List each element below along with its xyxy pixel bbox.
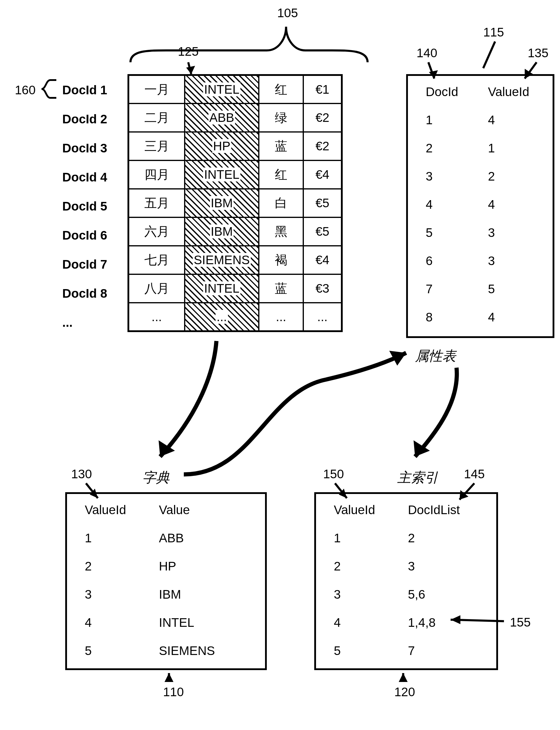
attr-cell: 5: [426, 226, 433, 240]
docid-label-7: DocId 7: [62, 257, 107, 272]
cell-color: 蓝: [259, 132, 303, 160]
table-row: 五月 IBM 白 €5: [128, 189, 342, 217]
svg-marker-4: [389, 351, 406, 366]
attr-cell: 3: [488, 226, 495, 240]
attr-cell: 1: [488, 141, 495, 155]
cell-month: 八月: [128, 274, 185, 303]
table-row: 七月 SIEMENS 褐 €4: [128, 246, 342, 274]
cell-company: INTEL: [185, 75, 259, 103]
main-cell: 1: [334, 531, 341, 545]
main-cell: 3: [334, 587, 341, 602]
cell-amount: €5: [303, 217, 342, 246]
cell-company: IBM: [185, 217, 259, 246]
cell-color: 红: [259, 75, 303, 103]
docid-label-8: DocId 8: [62, 286, 107, 301]
attr-cell: 2: [426, 141, 433, 155]
attr-cell: 4: [488, 197, 495, 212]
ref-150: 150: [323, 467, 344, 481]
cell-amount: €2: [303, 103, 342, 132]
svg-marker-5: [414, 440, 430, 457]
attr-hdr-valueid: ValueId: [488, 85, 529, 99]
ref-145: 145: [464, 467, 485, 481]
attr-cell: 2: [488, 169, 495, 184]
attribute-table: DocId ValueId 1 4 2 1 3 2 4 4 5 3 6 3 7 …: [406, 74, 554, 338]
table-row: 二月 ABB 绿 €2: [128, 103, 342, 132]
docid-label-4: DocId 4: [62, 170, 107, 184]
cell-month: ...: [128, 303, 185, 331]
docid-label-6: DocId 6: [62, 228, 107, 243]
cell-month: 七月: [128, 246, 185, 274]
cell-amount: €3: [303, 274, 342, 303]
attr-cell: 4: [488, 310, 495, 324]
ref-135: 135: [528, 46, 548, 60]
cell-company: INTEL: [185, 160, 259, 189]
attr-cell: 6: [426, 254, 433, 268]
dict-cell: SIEMENS: [159, 644, 215, 658]
attr-cell: 3: [488, 254, 495, 268]
dict-cell: HP: [159, 559, 176, 573]
ref-160: 160: [15, 83, 36, 97]
attr-cell: 7: [426, 282, 433, 296]
table-row: 六月 IBM 黑 €5: [128, 217, 342, 246]
attr-cell: 5: [488, 282, 495, 296]
cell-company: ABB: [185, 103, 259, 132]
cell-month: 二月: [128, 103, 185, 132]
table-row: 三月 HP 蓝 €2: [128, 132, 342, 160]
svg-marker-0: [186, 66, 195, 74]
main-cell: 3: [408, 559, 415, 573]
cell-color: 蓝: [259, 274, 303, 303]
cell-color: 黑: [259, 217, 303, 246]
main-cell: 1,4,8: [408, 616, 435, 630]
cell-company: ...: [185, 303, 259, 331]
table-row: 一月 INTEL 红 €1: [128, 75, 342, 103]
svg-marker-10: [165, 673, 173, 682]
table-row: 四月 INTEL 红 €4: [128, 160, 342, 189]
ref-130: 130: [71, 467, 92, 481]
label-attribute-table: 属性表: [415, 347, 456, 365]
main-cell: 4: [334, 616, 341, 630]
dict-cell: 3: [85, 587, 92, 602]
dict-hdr-value: Value: [159, 503, 190, 517]
ref-115: 115: [483, 25, 504, 39]
ref-105: 105: [277, 6, 298, 20]
main-cell: 2: [334, 559, 341, 573]
ref-155: 155: [510, 615, 531, 629]
attr-cell: 1: [426, 113, 433, 127]
cell-company: HP: [185, 132, 259, 160]
dict-cell: ABB: [159, 531, 184, 545]
dict-cell: INTEL: [159, 616, 194, 630]
cell-month: 一月: [128, 75, 185, 103]
main-cell: 5,6: [408, 587, 425, 602]
dict-cell: 5: [85, 644, 92, 658]
dict-hdr-valueid: ValueId: [85, 503, 126, 517]
cell-color: 绿: [259, 103, 303, 132]
cell-month: 五月: [128, 189, 185, 217]
ref-120: 120: [394, 685, 415, 699]
cell-amount: €4: [303, 246, 342, 274]
cell-amount: €2: [303, 132, 342, 160]
docid-label-dots: ...: [62, 315, 73, 330]
attr-cell: 3: [426, 169, 433, 184]
docid-label-3: DocId 3: [62, 141, 107, 155]
attr-cell: 8: [426, 310, 433, 324]
cell-month: 四月: [128, 160, 185, 189]
attr-cell: 4: [426, 197, 433, 212]
cell-company: INTEL: [185, 274, 259, 303]
document-table: 一月 INTEL 红 €1 二月 ABB 绿 €2 三月 HP 蓝 €2 四月 …: [127, 74, 343, 332]
ref-110: 110: [163, 685, 184, 699]
cell-color: 褐: [259, 246, 303, 274]
cell-month: 三月: [128, 132, 185, 160]
dict-cell: 2: [85, 559, 92, 573]
svg-marker-3: [159, 440, 175, 457]
docid-label-5: DocId 5: [62, 199, 107, 213]
svg-marker-11: [399, 673, 408, 682]
main-cell: 5: [334, 644, 341, 658]
dict-cell: IBM: [159, 587, 181, 602]
main-hdr-valueid: ValueId: [334, 503, 375, 517]
cell-amount: €5: [303, 189, 342, 217]
table-row: 八月 INTEL 蓝 €3: [128, 274, 342, 303]
ref-125: 125: [178, 44, 199, 59]
cell-amount: ...: [303, 303, 342, 331]
dict-cell: 4: [85, 616, 92, 630]
attr-cell: 4: [488, 113, 495, 127]
